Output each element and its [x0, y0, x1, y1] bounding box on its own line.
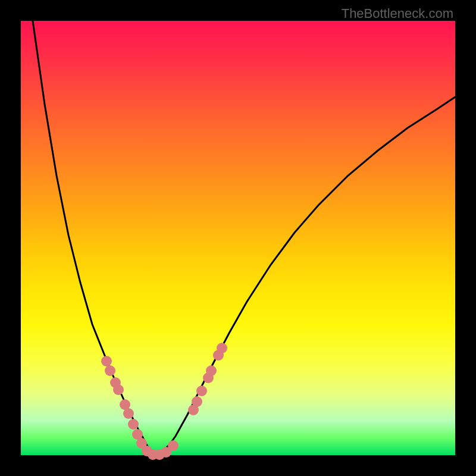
data-marker	[168, 440, 178, 451]
chart-curves	[33, 21, 455, 454]
curve-path	[33, 21, 155, 454]
chart-frame: TheBottleneck.com	[0, 0, 476, 476]
plot-area	[21, 21, 455, 455]
chart-svg	[21, 21, 455, 455]
data-marker	[101, 356, 112, 367]
data-marker	[196, 386, 207, 396]
watermark-text: TheBottleneck.com	[342, 6, 453, 21]
data-marker	[123, 408, 134, 419]
data-marker	[206, 365, 217, 376]
data-marker	[217, 343, 227, 353]
data-marker	[128, 419, 139, 430]
data-marker	[113, 384, 124, 395]
data-marker	[192, 396, 202, 407]
data-marker	[105, 365, 115, 376]
chart-markers	[101, 343, 227, 460]
